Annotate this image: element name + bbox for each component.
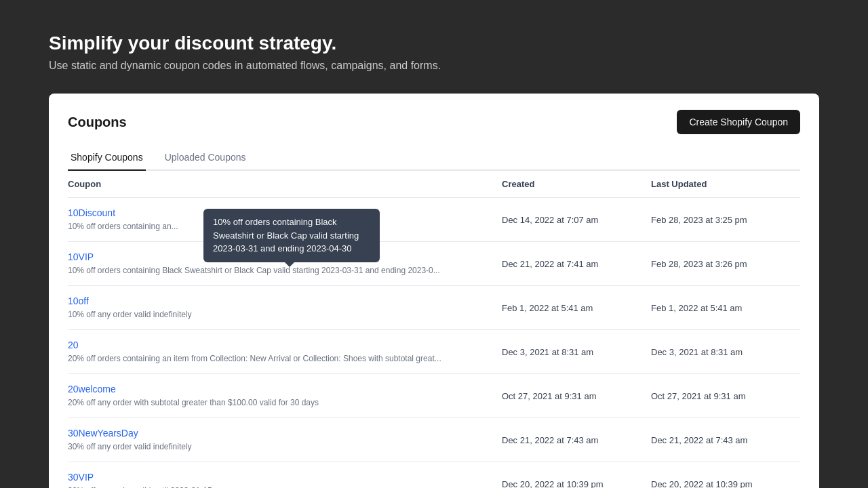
tab-uploaded-coupons[interactable]: Uploaded Coupons — [162, 145, 249, 171]
coupon-cell: 10Discount 10% off orders containing an.… — [68, 207, 502, 232]
coupon-cell: 30VIP 30% off any order valid until 2023… — [68, 472, 502, 488]
table-row: 10off 10% off any order valid indefinite… — [68, 286, 800, 330]
table-row: 20welcome 20% off any order with subtota… — [68, 374, 800, 418]
card-title: Coupons — [68, 115, 127, 130]
coupon-name-link[interactable]: 10VIP — [68, 251, 502, 262]
updated-date: Dec 21, 2022 at 7:43 am — [651, 428, 800, 452]
coupon-desc: 10% off orders containing an... — [68, 222, 178, 231]
hero-subtitle: Use static and dynamic coupon codes in a… — [49, 60, 819, 72]
coupon-desc: 20% off orders containing an item from C… — [68, 354, 441, 363]
coupon-name-link[interactable]: 30VIP — [68, 472, 502, 483]
created-date: Feb 1, 2022 at 5:41 am — [502, 296, 651, 320]
table-wrapper: Coupon Created Last Updated 10Discount 1… — [49, 171, 819, 488]
coupon-cell: 10off 10% off any order valid indefinite… — [68, 296, 502, 320]
col-created: Created — [502, 179, 651, 189]
created-date: Dec 21, 2022 at 7:41 am — [502, 251, 651, 276]
coupons-card: Coupons Create Shopify Coupon Shopify Co… — [49, 94, 819, 488]
hero-section: Simplify your discount strategy. Use sta… — [0, 0, 868, 94]
updated-date: Oct 27, 2021 at 9:31 am — [651, 384, 800, 408]
coupon-name-link[interactable]: 20 — [68, 340, 502, 350]
updated-date: Feb 28, 2023 at 3:26 pm — [651, 251, 800, 276]
create-shopify-coupon-button[interactable]: Create Shopify Coupon — [677, 110, 800, 134]
updated-date: Feb 28, 2023 at 3:25 pm — [651, 207, 800, 232]
updated-date: Dec 3, 2021 at 8:31 am — [651, 340, 800, 364]
col-coupon: Coupon — [68, 179, 502, 189]
created-date: Oct 27, 2021 at 9:31 am — [502, 384, 651, 408]
tabs-container: Shopify Coupons Uploaded Coupons — [68, 145, 800, 171]
table-row: 10Discount 10% off orders containing an.… — [68, 198, 800, 242]
hero-title: Simplify your discount strategy. — [49, 33, 819, 54]
coupon-cell: 30NewYearsDay 30% off any order valid in… — [68, 428, 502, 452]
updated-date: Feb 1, 2022 at 5:41 am — [651, 296, 800, 320]
created-date: Dec 3, 2021 at 8:31 am — [502, 340, 651, 364]
created-date: Dec 20, 2022 at 10:39 pm — [502, 472, 651, 488]
table-header: Coupon Created Last Updated — [68, 171, 800, 198]
coupon-name-link[interactable]: 10off — [68, 296, 502, 306]
table-row: 30NewYearsDay 30% off any order valid in… — [68, 418, 800, 462]
coupon-cell: 20 20% off orders containing an item fro… — [68, 340, 502, 364]
table-row: 10VIP 10% off orders containing Black Sw… — [68, 242, 800, 286]
coupon-name-link[interactable]: 20welcome — [68, 384, 502, 394]
card-header: Coupons Create Shopify Coupon — [49, 94, 819, 134]
coupon-desc: 10% off any order valid indefinitely — [68, 310, 192, 319]
coupon-cell: 20welcome 20% off any order with subtota… — [68, 384, 502, 408]
table-row: 20 20% off orders containing an item fro… — [68, 330, 800, 374]
coupon-desc: 20% off any order with subtotal greater … — [68, 398, 319, 407]
updated-date: Dec 20, 2022 at 10:39 pm — [651, 472, 800, 488]
table-row: 30VIP 30% off any order valid until 2023… — [68, 462, 800, 488]
coupon-name-link[interactable]: 10Discount — [68, 207, 502, 218]
coupon-name-link[interactable]: 30NewYearsDay — [68, 428, 502, 439]
coupon-desc: 10% off orders containing Black Sweatshi… — [68, 266, 440, 275]
coupon-cell: 10VIP 10% off orders containing Black Sw… — [68, 251, 502, 276]
created-date: Dec 14, 2022 at 7:07 am — [502, 207, 651, 232]
tab-shopify-coupons[interactable]: Shopify Coupons — [68, 145, 146, 171]
coupon-desc: 30% off any order valid indefinitely — [68, 442, 192, 451]
created-date: Dec 21, 2022 at 7:43 am — [502, 428, 651, 452]
col-last-updated: Last Updated — [651, 179, 800, 189]
